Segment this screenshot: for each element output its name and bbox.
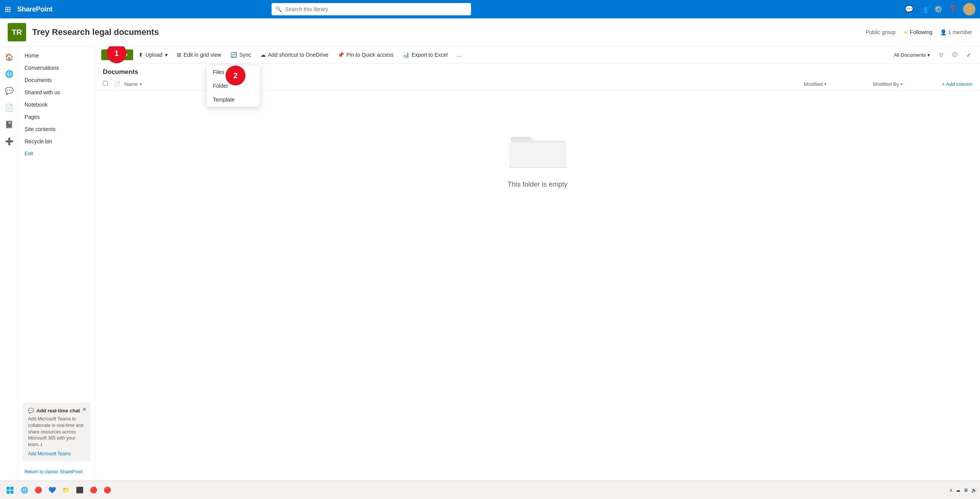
new-button[interactable]: + + New New ▾ <box>101 49 133 60</box>
svg-rect-0 <box>7 487 10 490</box>
brand-name: SharePoint <box>17 5 53 13</box>
svg-rect-3 <box>10 491 13 494</box>
site-navigation: Home Conversations Documents Shared with… <box>18 46 95 481</box>
upload-icon: ⬆ <box>138 52 143 58</box>
main-layout: 🏠 🌐 💬 📄 📓 ➕ Home Conversations Documents… <box>0 46 980 481</box>
add-icon-btn[interactable]: ➕ <box>2 134 17 149</box>
nav-right-icons: 💬 👥 ⚙️ ❓ <box>905 3 975 15</box>
upload-button[interactable]: ⬆ Upload ▾ <box>135 49 171 60</box>
taskbar-caret-icon[interactable]: ∧ <box>949 488 953 493</box>
dropdown-folder[interactable]: Folder <box>207 79 260 93</box>
waffle-icon[interactable]: ⊞ <box>5 5 11 14</box>
nav-item-notebook[interactable]: Notebook <box>18 98 95 111</box>
all-documents-view[interactable]: All Documents ▾ <box>891 51 933 59</box>
left-icon-bar: 🏠 🌐 💬 📄 📓 ➕ <box>0 46 18 481</box>
chat-icon[interactable]: 💬 <box>905 5 913 13</box>
modified-by-sort-icon[interactable]: ▾ <box>901 82 903 86</box>
postman-icon[interactable]: 🔴 <box>87 484 100 496</box>
pin-quick-access-button[interactable]: 📌 Pin to Quick access <box>334 49 397 60</box>
sync-button[interactable]: 🔄 Sync <box>227 49 255 60</box>
onedrive-shortcut-button[interactable]: ☁ Add shortcut to OneDrive <box>257 49 332 60</box>
help-icon[interactable]: ❓ <box>949 5 957 13</box>
nav-item-shared[interactable]: Shared with us <box>18 86 95 98</box>
more-options-button[interactable]: ... <box>453 49 465 60</box>
filter-button[interactable]: ▽ <box>936 51 946 59</box>
panel-close-button[interactable]: ✕ <box>82 406 87 412</box>
content-area: 1 + + New New ▾ ⬆ Upload ▾ Files Folder … <box>95 46 980 481</box>
dropdown-files[interactable]: Files <box>207 65 260 79</box>
expand-button[interactable]: ⤢ <box>964 51 974 59</box>
doc-icon-btn[interactable]: 📄 <box>2 100 17 115</box>
edge-icon[interactable]: 🌐 <box>18 484 31 496</box>
cloud-icon[interactable]: ☁ <box>956 488 960 493</box>
site-header: TR Trey Research legal documents Public … <box>0 18 980 46</box>
nav-item-conversations[interactable]: Conversations <box>18 62 95 74</box>
dropdown-template[interactable]: Template <box>207 93 260 107</box>
notes-icon-btn[interactable]: 📓 <box>2 117 17 132</box>
settings-icon[interactable]: ⚙️ <box>934 5 942 13</box>
chrome2-icon[interactable]: 🔴 <box>101 484 114 496</box>
windows-start-button[interactable] <box>3 483 17 497</box>
search-bar: 🔍 <box>272 3 471 15</box>
checkbox-col <box>103 81 110 87</box>
nav-item-home[interactable]: Home <box>18 49 95 62</box>
toolbar: 1 + + New New ▾ ⬆ Upload ▾ Files Folder … <box>95 46 980 64</box>
search-icon: 🔍 <box>275 6 282 12</box>
avatar[interactable] <box>963 3 975 15</box>
star-icon: ★ <box>903 29 908 35</box>
person-icon: 👤 <box>940 29 947 35</box>
search-input[interactable] <box>285 6 467 12</box>
folder-svg <box>507 121 568 171</box>
classic-sharepoint-link[interactable]: Return to classic SharePoint <box>18 466 95 478</box>
name-sort-icon[interactable]: ▾ <box>140 82 142 86</box>
vscode-icon[interactable]: 💙 <box>46 484 58 496</box>
toolbar-right: All Documents ▾ ▽ ⓘ ⤢ <box>891 50 974 60</box>
info-icon: ⓘ <box>952 51 957 58</box>
add-teams-panel: ✕ 💬 Add real-time chat Add Microsoft Tea… <box>23 403 90 461</box>
chevron-down-icon: ▾ <box>927 52 930 58</box>
nav-item-recycle-bin[interactable]: Recycle bin <box>18 135 95 148</box>
add-teams-link[interactable]: Add Microsoft Teams <box>28 451 85 456</box>
info-icon: ℹ <box>41 443 42 447</box>
home-icon-btn[interactable]: 🏠 <box>2 49 17 65</box>
upload-dropdown: Files Folder Template <box>206 65 260 107</box>
people-icon[interactable]: 👥 <box>919 5 928 13</box>
panel-title: 💬 Add real-time chat <box>28 408 85 414</box>
site-title: Trey Research legal documents <box>32 27 159 37</box>
site-meta: Public group ★ Following 👤 1 member <box>866 29 972 35</box>
export-excel-button[interactable]: 📊 Export to Excel <box>399 49 451 60</box>
nav-item-site-contents[interactable]: Site contents <box>18 123 95 135</box>
info-button[interactable]: ⓘ <box>949 50 960 60</box>
globe-icon-btn[interactable]: 🌐 <box>2 66 17 82</box>
chat-icon-btn[interactable]: 💬 <box>2 83 17 98</box>
edit-grid-view-button[interactable]: ⊞ Edit in grid view <box>173 49 225 60</box>
teams-icon: 💬 <box>28 408 34 414</box>
panel-body: Add Microsoft Teams to collaborate in re… <box>28 416 85 448</box>
file-type-col: 📄 <box>114 80 121 87</box>
svg-rect-1 <box>10 487 13 490</box>
new-plus-icon: + <box>107 52 110 58</box>
chrome-icon[interactable]: 🔴 <box>32 484 44 496</box>
member-info: 👤 1 member <box>940 29 972 35</box>
volume-icon[interactable]: 🔊 <box>971 488 977 493</box>
sync-icon: 🔄 <box>231 52 237 58</box>
terminal-icon[interactable]: ⬛ <box>74 484 86 496</box>
file-explorer-icon[interactable]: 📁 <box>60 484 72 496</box>
grid-icon: ⊞ <box>177 52 181 58</box>
pin-icon: 📌 <box>338 52 344 58</box>
following-button[interactable]: ★ Following <box>903 29 932 35</box>
empty-folder-icon <box>507 121 568 173</box>
select-all-checkbox[interactable] <box>103 81 108 86</box>
nav-item-documents[interactable]: Documents <box>18 74 95 86</box>
document-list: Documents 📄 Name ▾ Modified ▾ Modified B… <box>95 64 980 481</box>
nav-item-pages[interactable]: Pages <box>18 111 95 123</box>
filter-icon: ▽ <box>939 52 943 58</box>
modified-column: Modified ▾ <box>804 81 873 87</box>
add-column-button[interactable]: + Add column <box>942 81 972 87</box>
taskbar: 🌐 🔴 💙 📁 ⬛ 🔴 🔴 ∧ ☁ 🖥 🔊 <box>0 481 980 499</box>
desktop-icon[interactable]: 🖥 <box>964 488 968 493</box>
expand-icon: ⤢ <box>967 52 971 58</box>
nav-item-edit[interactable]: Edit <box>18 148 95 159</box>
empty-state: This folder is empty <box>95 91 980 219</box>
modified-sort-icon[interactable]: ▾ <box>824 82 826 86</box>
